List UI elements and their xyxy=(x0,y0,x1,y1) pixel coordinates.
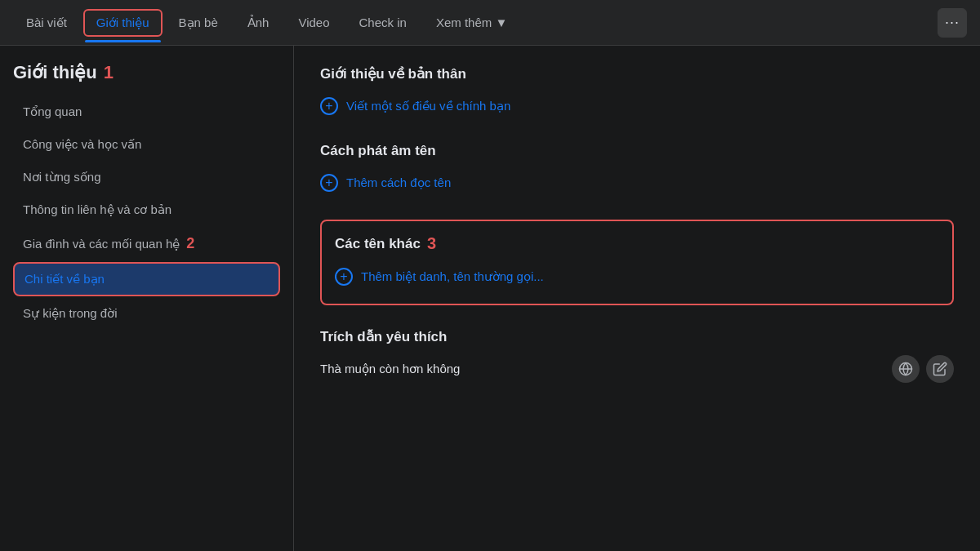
section-title-ten-khac: Các tên khác 3 xyxy=(335,234,939,253)
section-badge-3: 3 xyxy=(427,234,436,253)
add-ten-khac-label: Thêm biệt danh, tên thường gọi... xyxy=(361,269,544,284)
plus-icon-phat-am: + xyxy=(320,174,338,192)
sidebar-item-su-kien[interactable]: Sự kiện trong đời xyxy=(13,298,280,329)
tab-check-in[interactable]: Check in xyxy=(346,9,420,36)
section-title-trich-dan: Trích dẫn yêu thích xyxy=(320,328,954,345)
tab-gioi-thieu[interactable]: Giới thiệu xyxy=(83,9,163,37)
top-nav: Bài viết Giới thiệu Bạn bè Ảnh Video Che… xyxy=(0,0,980,46)
right-content: Giới thiệu về bản thân + Viết một số điề… xyxy=(294,46,980,551)
quote-actions xyxy=(892,355,954,383)
sidebar-item-cong-viec[interactable]: Công việc và học vấn xyxy=(13,129,280,160)
add-phat-am-label: Thêm cách đọc tên xyxy=(346,176,451,190)
more-button[interactable]: ··· xyxy=(938,8,967,38)
sidebar-badge-1: 1 xyxy=(104,62,114,83)
plus-icon-gioi-thieu: + xyxy=(320,97,338,115)
main-content: Giới thiệu 1 Tổng quan Công việc và học … xyxy=(0,46,980,551)
sidebar-title: Giới thiệu 1 xyxy=(13,62,280,83)
sidebar: Giới thiệu 1 Tổng quan Công việc và học … xyxy=(0,46,294,551)
section-title-gioi-thieu: Giới thiệu về bản thân xyxy=(320,65,954,82)
globe-icon xyxy=(898,362,913,376)
sidebar-item-noi-tung-song[interactable]: Nơi từng sống xyxy=(13,162,280,193)
tab-bai-viet[interactable]: Bài viết xyxy=(13,9,80,37)
add-phat-am[interactable]: + Thêm cách đọc tên xyxy=(320,169,954,197)
sidebar-item-gia-dinh[interactable]: Gia đình và các mối quan hệ 2 xyxy=(13,227,280,260)
quote-text: Thà muộn còn hơn không xyxy=(320,362,460,376)
add-gioi-thieu-label: Viết một số điều về chính bạn xyxy=(346,99,510,113)
quote-row: Thà muộn còn hơn không xyxy=(320,355,954,383)
sidebar-item-chi-tiet[interactable]: Chi tiết về bạn xyxy=(13,262,280,296)
tab-xem-them[interactable]: Xem thêm ▼ xyxy=(423,9,520,36)
tab-ban-be[interactable]: Bạn bè xyxy=(166,9,231,37)
tab-video[interactable]: Video xyxy=(285,9,342,36)
edit-button[interactable] xyxy=(926,355,954,383)
section-cac-ten-khac: Các tên khác 3 + Thêm biệt danh, tên thư… xyxy=(320,220,954,305)
sidebar-item-tong-quan[interactable]: Tổng quan xyxy=(13,96,280,127)
add-ten-khac[interactable]: + Thêm biệt danh, tên thường gọi... xyxy=(335,263,939,291)
sidebar-badge-2: 2 xyxy=(186,235,194,252)
tab-anh[interactable]: Ảnh xyxy=(234,9,283,37)
add-gioi-thieu[interactable]: + Viết một số điều về chính bạn xyxy=(320,92,954,120)
section-cach-phat-am: Cách phát âm tên + Thêm cách đọc tên xyxy=(320,143,954,197)
plus-icon-ten-khac: + xyxy=(335,268,353,286)
section-trich-dan: Trích dẫn yêu thích Thà muộn còn hơn khô… xyxy=(320,328,954,383)
sidebar-item-thong-tin[interactable]: Thông tin liên hệ và cơ bản xyxy=(13,194,280,225)
section-gioi-thieu-ban-than: Giới thiệu về bản thân + Viết một số điề… xyxy=(320,65,954,120)
globe-button[interactable] xyxy=(892,355,920,383)
edit-icon xyxy=(933,362,947,376)
section-title-phat-am: Cách phát âm tên xyxy=(320,143,954,159)
